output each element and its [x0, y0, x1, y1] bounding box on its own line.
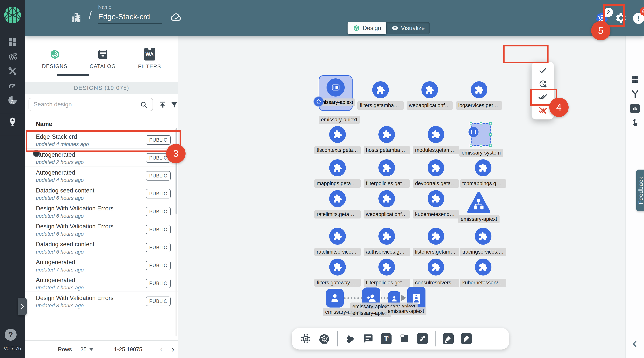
- search-icon[interactable]: [140, 101, 148, 109]
- menu-item-dry-run-history-gear-icon[interactable]: [538, 79, 547, 88]
- menu-item-validate-check-icon[interactable]: [538, 66, 547, 75]
- canvas-node-crd[interactable]: listeners.getambassa...: [415, 228, 457, 256]
- canvas-node-crd[interactable]: webapplicationfirewa...: [366, 190, 408, 219]
- visibility-badge[interactable]: PUBLIC: [146, 279, 171, 288]
- search-input[interactable]: [28, 98, 153, 111]
- kubernetes-tool[interactable]: [318, 333, 330, 344]
- visibility-badge[interactable]: PUBLIC: [146, 135, 171, 145]
- sidebar-item-extensions[interactable]: [8, 95, 18, 105]
- menu-item-deploy-double-check-icon[interactable]: [538, 92, 547, 101]
- tab-catalog[interactable]: CATALOG: [90, 48, 116, 69]
- sidebar-item-configuration[interactable]: [8, 66, 18, 76]
- previous-page-button[interactable]: ‹: [160, 345, 163, 354]
- canvas-node-crd[interactable]: mappings.getambass...: [316, 159, 359, 188]
- resize-handle[interactable]: [480, 144, 482, 147]
- help-button[interactable]: ?: [5, 329, 16, 341]
- resize-handle[interactable]: [480, 122, 482, 125]
- design-list-item[interactable]: Autogenerated updated 2 hours ago PUBLIC: [25, 148, 178, 166]
- resize-handle[interactable]: [489, 133, 492, 136]
- sidebar-item-lifecycle[interactable]: [8, 52, 18, 62]
- shapes-tool[interactable]: [345, 333, 356, 344]
- canvas-node-crd[interactable]: ratelimits.getambassa...: [316, 190, 359, 219]
- canvas-node-crd[interactable]: filters.getambassador...: [359, 81, 402, 110]
- canvas-node-crd[interactable]: kubernetesendpointr...: [415, 190, 457, 219]
- design-name-input[interactable]: [98, 12, 162, 24]
- canvas-node-crd[interactable]: filterpolicies.gateway....: [366, 159, 408, 188]
- filter-icon[interactable]: [170, 101, 178, 109]
- collapse-right-chevron-icon[interactable]: [631, 340, 638, 348]
- design-list-item[interactable]: Autogenerated updated 7 hours ago PUBLIC: [25, 256, 178, 274]
- canvas-node-crd[interactable]: authservices.getamb...: [366, 228, 408, 256]
- organization-icon[interactable]: [70, 11, 82, 24]
- component-chip-tool[interactable]: [300, 333, 311, 344]
- list-scrollbar-thumb[interactable]: [176, 128, 177, 214]
- canvas-node-crd[interactable]: ratelimitservices.geta...: [316, 228, 359, 256]
- canvas-node-crd[interactable]: filterpolicies.getamb...: [366, 259, 408, 287]
- expand-sidebar-button[interactable]: [18, 298, 26, 316]
- canvas-node-crd[interactable]: logservices.getamba...: [458, 81, 500, 110]
- notification-button[interactable]: ! 67: [633, 13, 644, 24]
- design-list-item[interactable]: Autogenerated updated 4 hours ago PUBLIC: [25, 166, 178, 184]
- tab-filters[interactable]: WA FILTERS: [138, 48, 161, 69]
- design-list-item[interactable]: Design With Validation Errors updated 6 …: [25, 220, 178, 238]
- canvas-node-crd[interactable]: devportals.getambas...: [415, 159, 457, 188]
- canvas-node-emissary-system-selected[interactable]: [470, 123, 491, 146]
- visibility-badge[interactable]: PUBLIC: [146, 243, 171, 252]
- canvas-node-crd[interactable]: filters.gateway.getam...: [316, 259, 359, 287]
- visibility-badge[interactable]: PUBLIC: [146, 225, 171, 234]
- meshery-logo[interactable]: [2, 5, 22, 25]
- canvas-node-crd[interactable]: kubernetesservicere...: [462, 259, 504, 287]
- grid-view-icon[interactable]: [630, 75, 640, 84]
- upload-design-icon[interactable]: [158, 100, 167, 109]
- next-page-button[interactable]: ›: [172, 345, 174, 354]
- feedback-tab[interactable]: Feedback: [636, 170, 644, 211]
- interact-hand-icon[interactable]: [630, 119, 639, 128]
- rectangle-tool[interactable]: [399, 333, 410, 344]
- design-list-item[interactable]: Datadog seed content updated 6 hours ago…: [25, 238, 178, 256]
- link-edge-tool[interactable]: [417, 333, 428, 344]
- node-label: kubernetesendpointr...: [413, 210, 459, 219]
- sidebar-item-kanvas[interactable]: [8, 117, 18, 127]
- dashboard-chart-icon[interactable]: [630, 104, 640, 113]
- canvas-node-crd[interactable]: modules.getambassa...: [415, 126, 457, 154]
- canvas-node-crd[interactable]: tlscontexts.getambas...: [316, 126, 359, 154]
- sidebar-item-dashboard[interactable]: [8, 37, 18, 47]
- canvas-node-crd[interactable]: tcpmappings.getam...: [462, 159, 504, 188]
- design-list-item[interactable]: Edge-Stack-crd updated 4 minutes ago PUB…: [25, 130, 178, 148]
- visibility-badge[interactable]: PUBLIC: [146, 207, 171, 216]
- design-list-item[interactable]: Datadog seed content updated 6 hours ago…: [25, 184, 178, 202]
- canvas-node-emissary-apiext-triangle[interactable]: [467, 192, 491, 214]
- tab-designs[interactable]: DESIGNS: [42, 48, 68, 69]
- resize-handle[interactable]: [470, 122, 472, 125]
- design-list-item[interactable]: Autogenerated updated 7 hours ago PUBLIC: [25, 274, 178, 292]
- settings-gear-icon[interactable]: [615, 12, 627, 24]
- freehand-draw-tool[interactable]: [461, 333, 472, 344]
- resize-handle[interactable]: [470, 144, 472, 147]
- branch-validate-icon[interactable]: [630, 89, 640, 99]
- design-list-item[interactable]: Design With Validation Errors updated 6 …: [25, 202, 178, 220]
- resize-handle[interactable]: [489, 122, 492, 125]
- rows-per-page-select[interactable]: 25: [80, 346, 94, 353]
- canvas-node-crd[interactable]: consulresolvers.geta...: [415, 259, 457, 287]
- canvas-node-emissary-apiext-selected[interactable]: emissary-apiext: [318, 75, 352, 111]
- comment-tool[interactable]: [363, 334, 374, 344]
- canvas-node-crd[interactable]: tracingservices.geta...: [462, 228, 504, 256]
- menu-item-undeploy-double-check-off-icon[interactable]: [538, 106, 547, 115]
- canvas-node-crd[interactable]: hosts.getambassador...: [366, 126, 408, 154]
- tab-design[interactable]: Design: [348, 22, 386, 34]
- pen-arrow-tool[interactable]: [443, 333, 454, 344]
- text-tool[interactable]: T: [381, 333, 392, 344]
- crd-node-circle: [378, 259, 395, 276]
- resize-handle[interactable]: [489, 144, 492, 147]
- puzzle-icon: [333, 130, 342, 139]
- visibility-badge[interactable]: PUBLIC: [146, 189, 171, 198]
- design-list-item[interactable]: Design With Validation Errors updated 8 …: [25, 292, 178, 310]
- sidebar-item-performance[interactable]: [8, 80, 18, 90]
- breadcrumb-separator: /: [89, 9, 92, 21]
- canvas-node-crd[interactable]: webapplicationfirewa...: [408, 81, 451, 110]
- canvas-node-person[interactable]: [326, 289, 344, 308]
- visibility-badge[interactable]: PUBLIC: [146, 261, 171, 270]
- tab-visualize[interactable]: Visualize: [386, 22, 430, 34]
- visibility-badge[interactable]: PUBLIC: [146, 297, 171, 306]
- visibility-badge[interactable]: PUBLIC: [146, 171, 171, 181]
